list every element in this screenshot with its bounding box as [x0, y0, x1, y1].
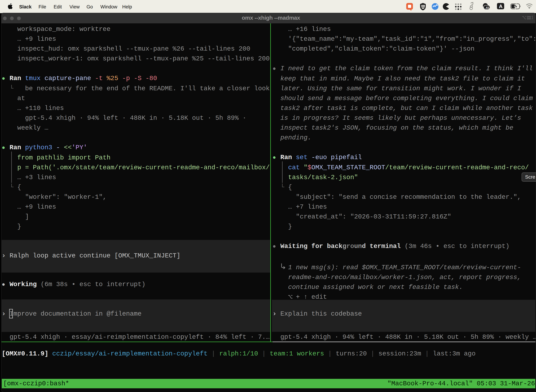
svg-text:A: A [499, 4, 502, 9]
svg-text:1: 1 [531, 16, 533, 20]
svg-text:..61: ..61 [484, 6, 489, 9]
